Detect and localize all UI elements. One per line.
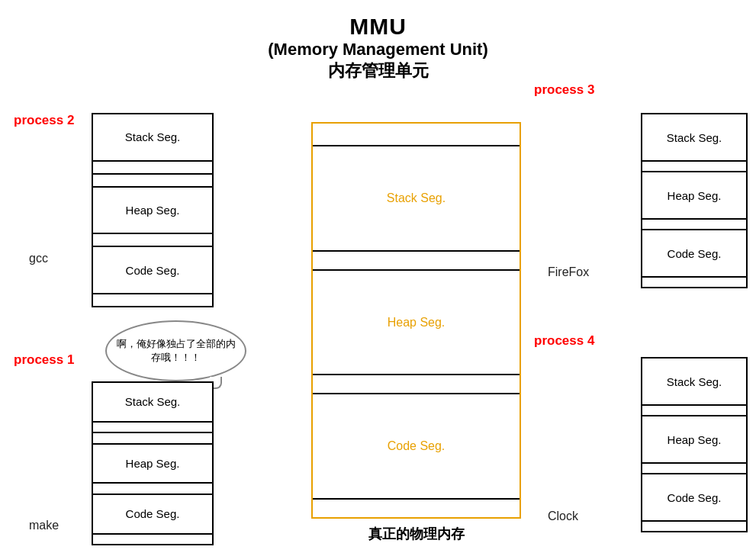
- process1-memory-box: Stack Seg. Heap Seg. Code Seg.: [92, 381, 214, 545]
- page: MMU (Memory Management Unit) 内存管理单元 proc…: [0, 0, 756, 553]
- process2-div1: [93, 160, 212, 173]
- physical-memory-label: 真正的物理内存: [311, 525, 521, 543]
- process2-stack-seg: Stack Seg.: [93, 114, 212, 160]
- process2-div4: [93, 293, 212, 306]
- process4-div3: [642, 520, 746, 531]
- process4-memory-box: Stack Seg. Heap Seg. Code Seg.: [641, 357, 748, 532]
- process3-memory-box: Stack Seg. Heap Seg. Code Seg.: [641, 113, 748, 288]
- process2-label: process 2: [14, 113, 74, 128]
- process2-memory-box: Stack Seg. Heap Seg. Code Seg.: [92, 113, 214, 307]
- title-area: MMU (Memory Management Unit) 内存管理单元: [0, 0, 756, 82]
- process1-label: process 1: [14, 352, 74, 368]
- process2-div3: [93, 233, 212, 246]
- process1-code-seg: Code Seg.: [93, 494, 212, 533]
- process3-heap-seg: Heap Seg.: [642, 171, 746, 218]
- process1-div3: [93, 482, 212, 493]
- speech-bubble: 啊，俺好像独占了全部的内存哦！！！: [105, 320, 246, 381]
- process4-name: Clock: [548, 510, 578, 523]
- process3-div2: [642, 218, 746, 229]
- bubble-text: 啊，俺好像独占了全部的内存哦！！！: [113, 337, 239, 365]
- process1-div1: [93, 421, 212, 432]
- process1-name: make: [29, 519, 59, 532]
- process2-code-seg: Code Seg.: [93, 246, 212, 293]
- process3-label: process 3: [534, 82, 594, 98]
- process2-name: gcc: [29, 252, 48, 265]
- process4-stack-seg: Stack Seg.: [642, 358, 746, 404]
- phys-div2: [313, 374, 520, 393]
- process4-code-seg: Code Seg.: [642, 473, 746, 520]
- phys-div1: [313, 250, 520, 269]
- physical-memory-box: Stack Seg. Heap Seg. Code Seg.: [311, 122, 521, 519]
- process1-heap-seg: Heap Seg.: [93, 443, 212, 483]
- process4-div2: [642, 462, 746, 473]
- phys-code-seg: Code Seg.: [313, 393, 520, 498]
- title-line2: (Memory Management Unit): [0, 40, 756, 59]
- process3-div1: [642, 160, 746, 171]
- process2-div2: [93, 173, 212, 186]
- process1-div4: [93, 533, 212, 544]
- title-line1: MMU: [0, 14, 756, 40]
- title-line3: 内存管理单元: [0, 59, 756, 82]
- process2-heap-seg: Heap Seg.: [93, 186, 212, 233]
- process3-code-seg: Code Seg.: [642, 229, 746, 276]
- phys-top-divider: [313, 124, 520, 146]
- process4-div1: [642, 404, 746, 415]
- process4-heap-seg: Heap Seg.: [642, 415, 746, 462]
- phys-stack-seg: Stack Seg.: [313, 146, 520, 250]
- phys-div3: [313, 498, 520, 517]
- process4-label: process 4: [534, 333, 594, 349]
- process3-div3: [642, 276, 746, 287]
- process1-stack-seg: Stack Seg.: [93, 383, 212, 421]
- process1-div2: [93, 432, 212, 442]
- process3-name: FireFox: [548, 265, 589, 279]
- phys-heap-seg: Heap Seg.: [313, 269, 520, 375]
- process3-stack-seg: Stack Seg.: [642, 114, 746, 160]
